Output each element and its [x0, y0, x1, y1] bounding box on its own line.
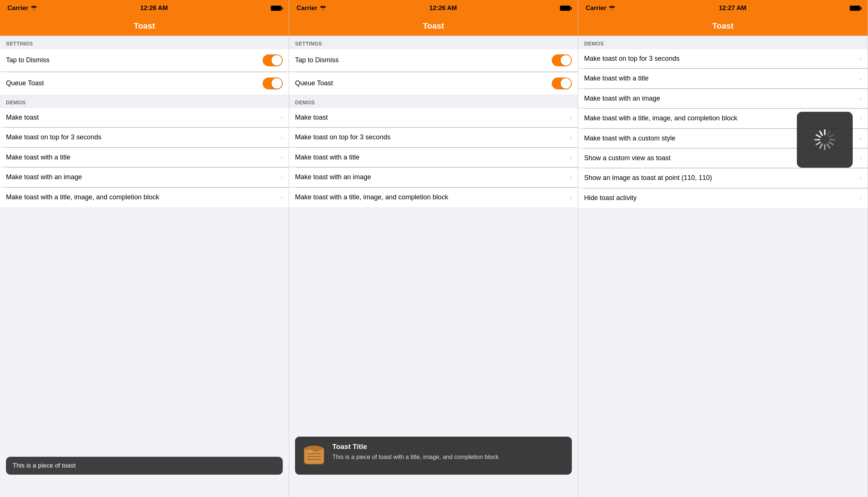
toast-image-box-2[interactable]: Toast Title This is a piece of toast wit… [295, 437, 572, 475]
demo-item-1-3[interactable]: Make toast with an image › [0, 168, 289, 187]
demo-label-3-7: Hide toast activity [584, 194, 856, 202]
nav-bar-3: Toast [578, 16, 868, 36]
nav-bar-1: Toast [0, 16, 289, 36]
status-battery-2 [560, 6, 570, 11]
tap-to-dismiss-row-1[interactable]: Tap to Dismiss [0, 49, 289, 72]
demo-label-2-3: Make toast with an image [295, 173, 567, 181]
demo-item-3-0[interactable]: Make toast on top for 3 seconds › [578, 49, 868, 69]
queue-toast-toggle-2[interactable] [552, 77, 572, 89]
scroll-area-2[interactable]: SETTINGS Tap to Dismiss Queue Toast DEMO… [289, 36, 578, 497]
carrier-text-2: Carrier [297, 4, 317, 12]
svg-line-14 [829, 142, 833, 145]
status-bar-3: Carrier 12:27 AM [578, 0, 868, 16]
status-time-3: 12:27 AM [719, 4, 746, 12]
status-bar-2: Carrier 12:26 AM [289, 0, 578, 16]
status-carrier-3: Carrier [586, 4, 615, 12]
queue-toast-row-2[interactable]: Queue Toast [289, 72, 578, 95]
demo-label-3-1: Make toast with a title [584, 74, 856, 83]
chevron-icon-2-4: › [570, 193, 572, 201]
demo-item-3-1[interactable]: Make toast with a title › [578, 69, 868, 88]
settings-header-1: SETTINGS [0, 36, 289, 49]
demos-header-text-3: DEMOS [584, 41, 604, 47]
status-time-2: 12:26 AM [429, 4, 457, 12]
status-battery-1 [271, 6, 281, 11]
toggle-knob-3 [561, 55, 571, 66]
demo-label-3-6: Show an image as toast at point (110, 11… [584, 174, 856, 182]
demo-label-1-0: Make toast [6, 113, 278, 122]
demos-header-1: DEMOS [0, 95, 289, 108]
tap-to-dismiss-toggle-1[interactable] [263, 54, 283, 66]
svg-point-9 [611, 9, 612, 10]
svg-rect-5 [307, 453, 321, 454]
queue-toast-row-1[interactable]: Queue Toast [0, 72, 289, 95]
demo-label-2-4: Make toast with a title, image, and comp… [295, 193, 567, 202]
settings-list-1: Tap to Dismiss Queue Toast [0, 49, 289, 95]
demo-label-1-4: Make toast with a title, image, and comp… [6, 193, 278, 202]
settings-list-2: Tap to Dismiss Queue Toast [289, 49, 578, 95]
svg-rect-7 [307, 459, 321, 460]
toggle-knob-1 [272, 55, 282, 66]
toast-text-area-2: Toast Title This is a piece of toast wit… [332, 443, 566, 461]
chevron-icon-3-2: › [859, 95, 862, 102]
demo-item-2-0[interactable]: Make toast › [289, 108, 578, 127]
status-bar-1: Carrier 12:26 AM [0, 0, 289, 16]
demo-label-3-0: Make toast on top for 3 seconds [584, 54, 856, 63]
demo-item-2-2[interactable]: Make toast with a title › [289, 148, 578, 167]
chevron-icon-3-4: › [859, 134, 862, 142]
carrier-text-1: Carrier [7, 4, 28, 12]
queue-toast-label-2: Queue Toast [295, 79, 552, 88]
status-time-1: 12:26 AM [140, 4, 168, 12]
demos-header-2: DEMOS [289, 95, 578, 108]
wifi-icon-2 [320, 4, 326, 12]
toast-bread-image-2 [301, 443, 327, 469]
toast-simple-text-1: This is a piece of toast [13, 462, 76, 469]
svg-line-21 [820, 131, 822, 135]
screen-3: Carrier 12:27 AM Toast DEMOS Make toast … [578, 0, 868, 497]
demo-item-3-7[interactable]: Hide toast activity › [578, 189, 868, 208]
demo-item-1-0[interactable]: Make toast › [0, 108, 289, 127]
battery-icon-3 [850, 6, 860, 11]
demo-label-2-1: Make toast on top for 3 seconds [295, 133, 567, 142]
demo-label-3-2: Make toast with an image [584, 94, 856, 103]
toast-message-box-1[interactable]: This is a piece of toast [6, 457, 283, 475]
demo-item-3-6[interactable]: Show an image as toast at point (110, 11… [578, 168, 868, 188]
demo-item-1-1[interactable]: Make toast on top for 3 seconds › [0, 128, 289, 147]
svg-rect-6 [307, 456, 321, 457]
settings-header-text-1: SETTINGS [6, 41, 33, 47]
activity-overlay-3 [797, 112, 853, 168]
demo-label-1-3: Make toast with an image [6, 173, 278, 181]
toast-image-2[interactable]: Toast Title This is a piece of toast wit… [295, 437, 572, 475]
toast-message-text-2: This is a piece of toast with a title, i… [332, 453, 566, 461]
demo-item-2-4[interactable]: Make toast with a title, image, and comp… [289, 188, 578, 207]
chevron-icon-1-4: › [281, 193, 283, 201]
tap-to-dismiss-label-1: Tap to Dismiss [6, 56, 263, 64]
chevron-icon-2-2: › [570, 153, 572, 161]
chevron-icon-1-1: › [281, 134, 283, 142]
queue-toast-toggle-1[interactable] [263, 77, 283, 89]
chevron-icon-3-6: › [859, 174, 862, 182]
demo-item-2-1[interactable]: Make toast on top for 3 seconds › [289, 128, 578, 147]
screen-1: Carrier 12:26 AM Toast SETTINGS Tap to D… [0, 0, 289, 497]
status-carrier-1: Carrier [7, 4, 37, 12]
chevron-icon-2-3: › [570, 173, 572, 181]
scroll-area-1[interactable]: SETTINGS Tap to Dismiss Queue Toast DEMO… [0, 36, 289, 497]
chevron-icon-1-2: › [281, 153, 283, 161]
demo-item-1-4[interactable]: Make toast with a title, image, and comp… [0, 188, 289, 207]
chevron-icon-3-7: › [859, 194, 862, 202]
settings-header-text-2: SETTINGS [295, 41, 322, 47]
tap-to-dismiss-toggle-2[interactable] [552, 54, 572, 66]
nav-title-2: Toast [423, 21, 444, 31]
chevron-icon-3-5: › [859, 154, 862, 162]
scroll-area-3[interactable]: DEMOS Make toast on top for 3 seconds › … [578, 36, 868, 497]
toast-simple-1[interactable]: This is a piece of toast [6, 457, 283, 475]
demo-item-3-2[interactable]: Make toast with an image › [578, 89, 868, 108]
chevron-icon-2-0: › [570, 114, 572, 121]
settings-header-2: SETTINGS [289, 36, 578, 49]
demo-item-2-3[interactable]: Make toast with an image › [289, 168, 578, 187]
demo-item-1-2[interactable]: Make toast with a title › [0, 148, 289, 167]
nav-title-1: Toast [134, 21, 155, 31]
svg-line-15 [827, 144, 830, 148]
svg-line-12 [829, 135, 833, 137]
chevron-icon-3-1: › [859, 75, 862, 83]
tap-to-dismiss-row-2[interactable]: Tap to Dismiss [289, 49, 578, 72]
